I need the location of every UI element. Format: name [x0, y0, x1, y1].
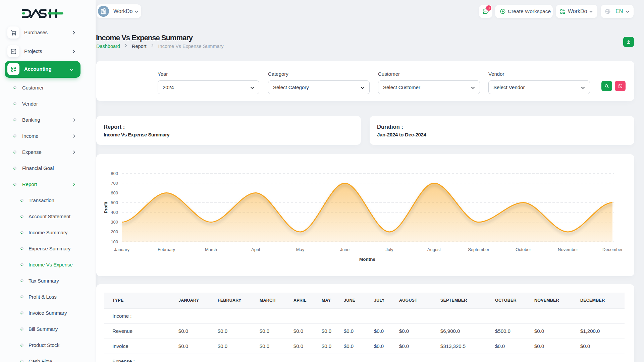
svg-text:200: 200 — [111, 229, 118, 234]
svg-text:100: 100 — [111, 239, 118, 244]
svg-text:600: 600 — [111, 190, 118, 195]
svg-text:November: November — [558, 247, 578, 252]
svg-text:May: May — [296, 247, 305, 252]
svg-text:400: 400 — [111, 210, 118, 215]
svg-text:October: October — [516, 247, 531, 252]
svg-text:800: 800 — [111, 171, 118, 176]
svg-text:July: July — [385, 247, 393, 252]
svg-text:March: March — [205, 247, 217, 252]
svg-text:300: 300 — [111, 220, 118, 225]
svg-text:April: April — [251, 247, 260, 252]
svg-text:500: 500 — [111, 200, 118, 205]
svg-text:September: September — [468, 247, 489, 252]
svg-text:June: June — [340, 247, 350, 252]
svg-text:August: August — [427, 247, 441, 252]
svg-text:February: February — [158, 247, 175, 252]
svg-text:Months: Months — [359, 257, 375, 262]
svg-text:700: 700 — [111, 181, 118, 186]
svg-text:January: January — [114, 247, 130, 252]
svg-text:December: December — [602, 247, 623, 252]
svg-text:Profit: Profit — [103, 201, 108, 213]
